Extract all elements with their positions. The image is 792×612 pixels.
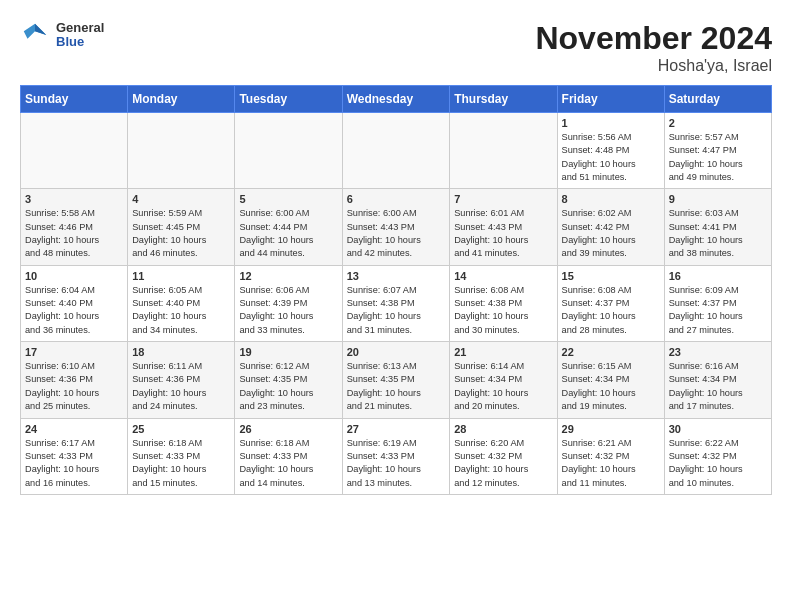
calendar-day-cell: 1Sunrise: 5:56 AM Sunset: 4:48 PM Daylig… xyxy=(557,113,664,189)
day-number: 24 xyxy=(25,423,123,435)
calendar-day-cell: 6Sunrise: 6:00 AM Sunset: 4:43 PM Daylig… xyxy=(342,189,450,265)
calendar-day-cell: 10Sunrise: 6:04 AM Sunset: 4:40 PM Dayli… xyxy=(21,265,128,341)
day-number: 22 xyxy=(562,346,660,358)
day-info: Sunrise: 6:00 AM Sunset: 4:43 PM Dayligh… xyxy=(347,207,446,260)
calendar-day-cell: 5Sunrise: 6:00 AM Sunset: 4:44 PM Daylig… xyxy=(235,189,342,265)
day-info: Sunrise: 6:05 AM Sunset: 4:40 PM Dayligh… xyxy=(132,284,230,337)
calendar-day-cell: 8Sunrise: 6:02 AM Sunset: 4:42 PM Daylig… xyxy=(557,189,664,265)
calendar-day-cell: 23Sunrise: 6:16 AM Sunset: 4:34 PM Dayli… xyxy=(664,342,771,418)
calendar-day-cell: 17Sunrise: 6:10 AM Sunset: 4:36 PM Dayli… xyxy=(21,342,128,418)
day-number: 19 xyxy=(239,346,337,358)
logo-text: General Blue xyxy=(56,21,104,50)
day-number: 12 xyxy=(239,270,337,282)
calendar-day-cell: 9Sunrise: 6:03 AM Sunset: 4:41 PM Daylig… xyxy=(664,189,771,265)
weekday-header: Tuesday xyxy=(235,86,342,113)
day-info: Sunrise: 6:06 AM Sunset: 4:39 PM Dayligh… xyxy=(239,284,337,337)
calendar-week-row: 3Sunrise: 5:58 AM Sunset: 4:46 PM Daylig… xyxy=(21,189,772,265)
day-info: Sunrise: 6:18 AM Sunset: 4:33 PM Dayligh… xyxy=(239,437,337,490)
weekday-header: Saturday xyxy=(664,86,771,113)
svg-marker-1 xyxy=(35,24,46,35)
calendar-day-cell xyxy=(450,113,557,189)
day-number: 13 xyxy=(347,270,446,282)
calendar-day-cell: 4Sunrise: 5:59 AM Sunset: 4:45 PM Daylig… xyxy=(128,189,235,265)
day-number: 25 xyxy=(132,423,230,435)
calendar-day-cell: 16Sunrise: 6:09 AM Sunset: 4:37 PM Dayli… xyxy=(664,265,771,341)
day-number: 11 xyxy=(132,270,230,282)
day-info: Sunrise: 6:16 AM Sunset: 4:34 PM Dayligh… xyxy=(669,360,767,413)
day-number: 14 xyxy=(454,270,552,282)
weekday-header: Wednesday xyxy=(342,86,450,113)
day-number: 27 xyxy=(347,423,446,435)
calendar-day-cell: 25Sunrise: 6:18 AM Sunset: 4:33 PM Dayli… xyxy=(128,418,235,494)
day-info: Sunrise: 6:18 AM Sunset: 4:33 PM Dayligh… xyxy=(132,437,230,490)
day-info: Sunrise: 6:00 AM Sunset: 4:44 PM Dayligh… xyxy=(239,207,337,260)
page-title: November 2024 xyxy=(535,20,772,57)
title-area: November 2024 Hosha'ya, Israel xyxy=(535,20,772,75)
page-header: General Blue November 2024 Hosha'ya, Isr… xyxy=(20,20,772,75)
weekday-header: Thursday xyxy=(450,86,557,113)
calendar-day-cell: 24Sunrise: 6:17 AM Sunset: 4:33 PM Dayli… xyxy=(21,418,128,494)
day-info: Sunrise: 6:07 AM Sunset: 4:38 PM Dayligh… xyxy=(347,284,446,337)
calendar-week-row: 1Sunrise: 5:56 AM Sunset: 4:48 PM Daylig… xyxy=(21,113,772,189)
calendar-day-cell: 27Sunrise: 6:19 AM Sunset: 4:33 PM Dayli… xyxy=(342,418,450,494)
day-number: 2 xyxy=(669,117,767,129)
day-number: 10 xyxy=(25,270,123,282)
day-info: Sunrise: 6:20 AM Sunset: 4:32 PM Dayligh… xyxy=(454,437,552,490)
calendar-day-cell: 13Sunrise: 6:07 AM Sunset: 4:38 PM Dayli… xyxy=(342,265,450,341)
calendar-day-cell: 22Sunrise: 6:15 AM Sunset: 4:34 PM Dayli… xyxy=(557,342,664,418)
calendar-day-cell: 21Sunrise: 6:14 AM Sunset: 4:34 PM Dayli… xyxy=(450,342,557,418)
calendar-day-cell xyxy=(342,113,450,189)
calendar-day-cell: 20Sunrise: 6:13 AM Sunset: 4:35 PM Dayli… xyxy=(342,342,450,418)
day-info: Sunrise: 6:02 AM Sunset: 4:42 PM Dayligh… xyxy=(562,207,660,260)
logo-blue: Blue xyxy=(56,35,104,49)
day-info: Sunrise: 6:22 AM Sunset: 4:32 PM Dayligh… xyxy=(669,437,767,490)
calendar-week-row: 10Sunrise: 6:04 AM Sunset: 4:40 PM Dayli… xyxy=(21,265,772,341)
day-number: 6 xyxy=(347,193,446,205)
calendar-day-cell: 12Sunrise: 6:06 AM Sunset: 4:39 PM Dayli… xyxy=(235,265,342,341)
day-number: 7 xyxy=(454,193,552,205)
day-info: Sunrise: 6:08 AM Sunset: 4:38 PM Dayligh… xyxy=(454,284,552,337)
day-info: Sunrise: 6:17 AM Sunset: 4:33 PM Dayligh… xyxy=(25,437,123,490)
day-number: 28 xyxy=(454,423,552,435)
day-number: 16 xyxy=(669,270,767,282)
calendar-day-cell xyxy=(128,113,235,189)
day-number: 4 xyxy=(132,193,230,205)
logo: General Blue xyxy=(20,20,104,50)
day-number: 3 xyxy=(25,193,123,205)
day-info: Sunrise: 6:21 AM Sunset: 4:32 PM Dayligh… xyxy=(562,437,660,490)
day-number: 26 xyxy=(239,423,337,435)
weekday-header: Monday xyxy=(128,86,235,113)
calendar-day-cell: 2Sunrise: 5:57 AM Sunset: 4:47 PM Daylig… xyxy=(664,113,771,189)
day-info: Sunrise: 5:56 AM Sunset: 4:48 PM Dayligh… xyxy=(562,131,660,184)
calendar-day-cell: 28Sunrise: 6:20 AM Sunset: 4:32 PM Dayli… xyxy=(450,418,557,494)
logo-bird-icon xyxy=(20,20,50,50)
day-number: 29 xyxy=(562,423,660,435)
calendar-day-cell: 26Sunrise: 6:18 AM Sunset: 4:33 PM Dayli… xyxy=(235,418,342,494)
weekday-header-row: SundayMondayTuesdayWednesdayThursdayFrid… xyxy=(21,86,772,113)
day-info: Sunrise: 6:15 AM Sunset: 4:34 PM Dayligh… xyxy=(562,360,660,413)
day-info: Sunrise: 5:58 AM Sunset: 4:46 PM Dayligh… xyxy=(25,207,123,260)
day-number: 15 xyxy=(562,270,660,282)
day-info: Sunrise: 6:14 AM Sunset: 4:34 PM Dayligh… xyxy=(454,360,552,413)
day-info: Sunrise: 5:59 AM Sunset: 4:45 PM Dayligh… xyxy=(132,207,230,260)
weekday-header: Sunday xyxy=(21,86,128,113)
day-info: Sunrise: 6:03 AM Sunset: 4:41 PM Dayligh… xyxy=(669,207,767,260)
calendar-day-cell: 15Sunrise: 6:08 AM Sunset: 4:37 PM Dayli… xyxy=(557,265,664,341)
day-number: 23 xyxy=(669,346,767,358)
day-number: 1 xyxy=(562,117,660,129)
day-number: 21 xyxy=(454,346,552,358)
day-info: Sunrise: 6:12 AM Sunset: 4:35 PM Dayligh… xyxy=(239,360,337,413)
logo-general: General xyxy=(56,21,104,35)
calendar-day-cell: 18Sunrise: 6:11 AM Sunset: 4:36 PM Dayli… xyxy=(128,342,235,418)
day-number: 20 xyxy=(347,346,446,358)
day-info: Sunrise: 5:57 AM Sunset: 4:47 PM Dayligh… xyxy=(669,131,767,184)
calendar-week-row: 17Sunrise: 6:10 AM Sunset: 4:36 PM Dayli… xyxy=(21,342,772,418)
page-subtitle: Hosha'ya, Israel xyxy=(535,57,772,75)
day-info: Sunrise: 6:11 AM Sunset: 4:36 PM Dayligh… xyxy=(132,360,230,413)
day-number: 18 xyxy=(132,346,230,358)
day-number: 17 xyxy=(25,346,123,358)
day-number: 5 xyxy=(239,193,337,205)
calendar-day-cell: 14Sunrise: 6:08 AM Sunset: 4:38 PM Dayli… xyxy=(450,265,557,341)
calendar-day-cell: 7Sunrise: 6:01 AM Sunset: 4:43 PM Daylig… xyxy=(450,189,557,265)
day-info: Sunrise: 6:01 AM Sunset: 4:43 PM Dayligh… xyxy=(454,207,552,260)
